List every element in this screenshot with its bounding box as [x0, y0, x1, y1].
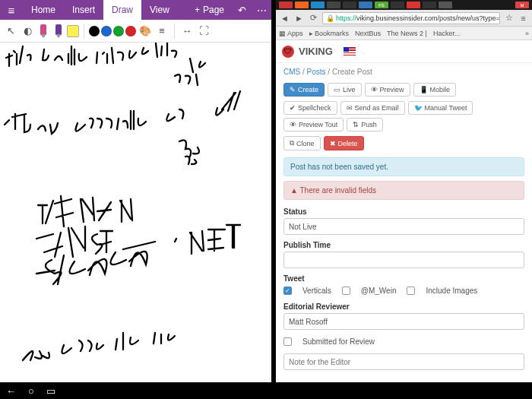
bookmark-link[interactable]: NextBus	[355, 30, 381, 37]
insert-space-icon[interactable]: ↔	[179, 22, 195, 40]
cms-content: CMS / Posts / Create Post ✎ Create ▭ Liv…	[276, 63, 532, 382]
task-view-icon[interactable]: ▭	[46, 385, 55, 397]
onenote-pane: ≡ Home Insert Draw View +Page ↶ ⋯ ↖ ◐ 🎨 …	[0, 0, 271, 382]
browser-tab[interactable]	[423, 2, 436, 8]
reload-icon[interactable]: ⟳	[308, 13, 319, 23]
browser-tab[interactable]	[343, 2, 356, 8]
verticals-checkbox[interactable]: ✓	[283, 287, 292, 295]
include-images-checkbox[interactable]	[407, 287, 415, 295]
us-flag-icon[interactable]	[344, 47, 356, 55]
ink-canvas[interactable]	[0, 43, 271, 382]
back-icon[interactable]: ◄	[279, 14, 290, 23]
fullscreen-icon[interactable]: ⛶	[196, 22, 211, 40]
browser-tab[interactable]	[391, 2, 404, 8]
browser-tabstrip[interactable]: FS M	[276, 0, 532, 10]
browser-tab[interactable]	[407, 2, 420, 8]
publish-time-field[interactable]	[283, 252, 524, 268]
cortana-icon[interactable]: ○	[28, 385, 34, 397]
error-alert: ▲ There are invalid fields	[283, 181, 524, 200]
bookmarks-folder[interactable]: ▸ Bookmarks	[309, 30, 350, 37]
tab-insert[interactable]: Insert	[64, 0, 103, 20]
warning-icon: ▲	[290, 186, 298, 195]
browser-tab[interactable]: FS	[375, 2, 388, 8]
push-button[interactable]: ⇅ Push	[347, 118, 383, 131]
reviewer-field[interactable]	[283, 313, 524, 330]
create-button[interactable]: ✎ Create	[283, 83, 325, 97]
address-bar[interactable]: 🔒 https://viking.businessinsider.com/pos…	[322, 12, 500, 24]
browser-tab[interactable]	[311, 2, 325, 8]
other-bookmarks-icon[interactable]: »	[525, 30, 529, 37]
separator	[174, 24, 175, 39]
submitted-checkbox[interactable]	[283, 337, 292, 346]
browser-toolbar: ◄ ► ⟳ 🔒 https://viking.businessinsider.c…	[276, 10, 532, 27]
editor-note-field[interactable]	[283, 353, 524, 370]
handwriting-svg	[0, 43, 271, 369]
browser-tab[interactable]	[359, 2, 372, 8]
hamburger-icon[interactable]: ≡	[0, 0, 23, 20]
browser-tab[interactable]	[295, 2, 309, 8]
breadcrumb: CMS / Posts / Create Post	[276, 63, 532, 81]
bookmark-link[interactable]: Hacker...	[433, 30, 461, 37]
browser-tab[interactable]	[327, 2, 340, 8]
browser-tab[interactable]	[279, 2, 293, 8]
gmail-icon[interactable]: M	[515, 2, 529, 8]
mobile-button[interactable]: 📱 Mobile	[413, 83, 457, 97]
apps-bookmark[interactable]: ▦ Apps	[279, 30, 303, 37]
star-icon[interactable]: ☆	[503, 13, 515, 23]
separator	[84, 24, 84, 39]
windows-taskbar[interactable]: ← ○ ▭	[0, 382, 532, 399]
browser-pane: FS M ◄ ► ⟳ 🔒 https://viking.businessinsi…	[276, 0, 532, 382]
bookmark-link[interactable]: The News 2 |	[387, 30, 427, 37]
crumb-posts[interactable]: Posts	[307, 68, 326, 76]
highlighter-yellow[interactable]	[67, 25, 79, 37]
pen-pink[interactable]	[36, 23, 50, 40]
site-name: VIKING	[299, 46, 333, 57]
back-nav-icon[interactable]: ←	[6, 385, 16, 397]
viking-logo-icon: 🛡	[282, 46, 294, 58]
draw-toolbar: ↖ ◐ 🎨 ≡ ↔ ⛶	[0, 20, 271, 43]
status-field[interactable]	[283, 218, 524, 235]
stroke-width-icon[interactable]: ≡	[154, 22, 169, 40]
color-green[interactable]	[113, 26, 124, 36]
tweet-label: Tweet	[283, 274, 524, 283]
onenote-ribbon-tabs: ≡ Home Insert Draw View +Page ↶ ⋯	[0, 0, 271, 20]
status-label: Status	[283, 207, 524, 216]
tab-draw[interactable]: Draw	[103, 0, 141, 20]
delete-button[interactable]: ✖ Delete	[324, 136, 364, 150]
info-alert: Post has not been saved yet.	[283, 157, 524, 176]
tab-home[interactable]: Home	[23, 0, 64, 20]
color-black[interactable]	[89, 26, 100, 36]
manual-tweet-button[interactable]: 🐦 Manual Tweet	[408, 101, 473, 115]
color-blue[interactable]	[101, 26, 112, 36]
mwein-checkbox[interactable]	[342, 287, 350, 295]
menu-icon[interactable]: ≡	[518, 14, 529, 23]
pen-purple[interactable]	[52, 23, 65, 40]
more-icon[interactable]: ⋯	[252, 0, 271, 20]
color-red[interactable]	[125, 26, 136, 36]
live-button[interactable]: ▭ Live	[328, 83, 362, 97]
spellcheck-button[interactable]: ✔ Spellcheck	[283, 101, 337, 115]
browser-tab[interactable]	[439, 2, 452, 8]
lasso-tool-icon[interactable]: ◐	[20, 22, 35, 40]
undo-icon[interactable]: ↶	[232, 0, 252, 20]
forward-icon[interactable]: ►	[293, 14, 305, 23]
publish-time-label: Publish Time	[283, 241, 524, 249]
crumb-current: Create Post	[332, 68, 372, 76]
send-email-button[interactable]: ✉ Send as Email	[340, 101, 405, 115]
tab-view[interactable]: View	[141, 0, 178, 20]
preview-tout-button[interactable]: 👁 Preview Tout	[283, 118, 344, 131]
cursor-tool-icon[interactable]: ↖	[3, 22, 18, 40]
reviewer-label: Editorial Reviewer	[283, 302, 524, 311]
crumb-cms[interactable]: CMS	[283, 68, 300, 76]
clone-button[interactable]: ⧉ Clone	[283, 136, 321, 150]
lock-icon: 🔒	[326, 14, 334, 22]
viking-header: 🛡 VIKING	[276, 40, 532, 63]
color-picker-icon[interactable]: 🎨	[138, 22, 153, 40]
bookmarks-bar: ▦ Apps ▸ Bookmarks NextBus The News 2 | …	[276, 27, 532, 40]
preview-button[interactable]: 👁 Preview	[365, 83, 410, 97]
add-page-button[interactable]: +Page	[187, 0, 232, 20]
